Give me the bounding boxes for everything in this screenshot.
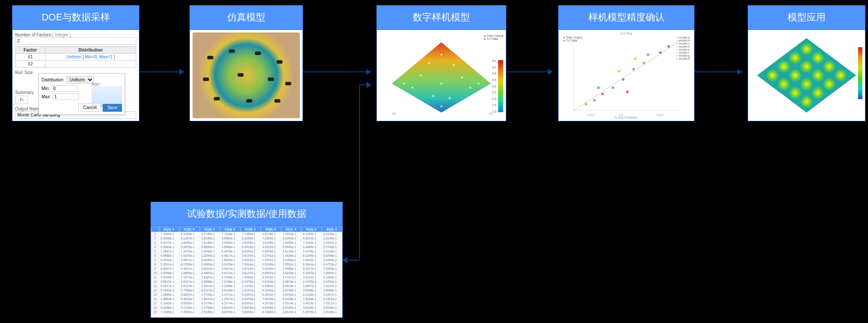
table-row: 96.8457e-16.4697e-14.0013e-19.5014e-15.0…	[151, 267, 342, 271]
table-cell: 3.5741e-1	[281, 275, 301, 280]
table-cell: 6.1892e-1	[159, 301, 180, 306]
table-cell: 5.2540e-1	[260, 288, 281, 293]
popup-max-input[interactable]	[53, 94, 79, 100]
table-cell: 3.0151e-1	[301, 275, 321, 280]
table-cell: 7.0531e-1	[281, 262, 301, 267]
table-col-header[interactable]: X1(1) ▼	[159, 227, 180, 232]
table-cell: 2.0140e-1	[260, 232, 281, 236]
table-col-header[interactable]: X2(2) ▼	[321, 227, 342, 232]
table-cell: 2.5847e-1	[321, 241, 342, 245]
stage-prototype-body: ● Train Output ● CV Data	[376, 29, 506, 121]
table-col-header[interactable]: X2(1) ▼	[301, 227, 321, 232]
table-cell: 5.4896e-1	[301, 245, 321, 249]
table-rownum: 13	[151, 284, 159, 288]
table-cell: 6.2503e-1	[159, 236, 180, 241]
output-name-label: Output Name	[15, 107, 41, 111]
cv-legend-item: model-d	[679, 45, 690, 48]
table-cell: 9.3514e-1	[260, 293, 281, 297]
table-cell: 9.0214e-1	[301, 236, 321, 241]
table-cell: 3.5359e-1	[281, 258, 301, 262]
pdf-tick: 0.6	[109, 104, 113, 108]
table-cell: 3.0057e-1	[301, 284, 321, 288]
table-row: 76.2253e-12.8871e-18.4035e-11.8594e-19.0…	[151, 258, 342, 262]
table-cell: 6.2251e-1	[321, 297, 342, 301]
table-rownum: 10	[151, 271, 159, 275]
stage-validation: 样机模型精度确认 CV Plot ● Train Output ● CV Dat…	[558, 5, 694, 121]
cv-legend-right: ○ model-a ○ model-b ○ model-c ○ model-d …	[676, 36, 690, 60]
table-cell: 3.7502e-1	[180, 288, 200, 293]
table-col-header[interactable]: X1(7) ▼	[281, 227, 301, 232]
table-col-header[interactable]: X1(3) ▼	[200, 227, 220, 232]
table-cell: 3.4912e-1	[260, 245, 281, 249]
pdf-box: PDF: 0.2 0.4 0.6 0.8	[92, 82, 122, 108]
table-cell: 7.0140e-1	[200, 241, 220, 245]
pdf-tick: 0.8	[117, 104, 122, 108]
table-col-header[interactable]: X1(4) ▼	[220, 227, 241, 232]
svg-point-48	[788, 86, 802, 100]
table-cell: 2.0145e-1	[321, 236, 342, 241]
table-cell: 6.0254e-1	[260, 249, 281, 254]
table-cell: 7.2354e-1	[260, 236, 281, 241]
table-cell: 2.8145e-1	[281, 249, 301, 254]
table-cell: 3.2471e-1	[220, 293, 241, 297]
svg-point-7	[411, 87, 413, 89]
table-cell: 8.3240e-1	[321, 232, 342, 236]
table-cell: 3.0548e-1	[301, 288, 321, 293]
svg-point-19	[585, 103, 588, 106]
popup-min-input[interactable]	[51, 85, 77, 92]
table-cell: 3.8140e-1	[281, 288, 301, 293]
cv-legend-item: model-g	[679, 54, 690, 57]
table-cell: 9.0254e-1	[240, 258, 260, 262]
table-cell: 2.5335e-1	[200, 310, 220, 314]
table-cell: 4.2574e-1	[220, 301, 241, 306]
svg-point-45	[823, 60, 836, 73]
table-cell: 5.2047e-1	[301, 271, 321, 275]
table-cell: 5.0547e-1	[159, 284, 180, 288]
table-cell: 1.4520e-1	[281, 254, 301, 258]
svg-point-31	[626, 90, 629, 93]
cv-scatter-plot: -100.0 0.0 100.0	[559, 30, 694, 121]
stage-prototype-title: 数字样机模型	[376, 5, 506, 29]
cv-legend-item: model-b	[679, 39, 690, 42]
arrow-prototype-to-validation	[506, 71, 553, 72]
table-cell: 6.2289e-1	[180, 232, 200, 236]
num-factors-input[interactable]	[15, 37, 136, 45]
svg-marker-0	[392, 42, 491, 113]
table-cell: 2.5874e-1	[281, 280, 301, 284]
table-col-header[interactable]: X1(6) ▼	[260, 227, 281, 232]
table-cell: 8.2317e-1	[200, 288, 220, 293]
fit-button[interactable]: Fi	[15, 96, 28, 104]
table-cell: 3.3583e-1	[159, 245, 180, 249]
table-cell: 4.0013e-1	[200, 267, 220, 271]
table-cell: 5.8857e-2	[180, 293, 200, 297]
table-cell: 8.1550e-1	[180, 262, 200, 267]
table-cell: 3.0347e-1	[220, 306, 241, 310]
table-cell: 6.5841e-1	[301, 262, 321, 267]
table-col-header[interactable]: X1(2) ▼	[180, 227, 200, 232]
table-cell: 2.0145e-1	[321, 310, 342, 314]
surface-colorbar	[498, 60, 503, 112]
svg-text:X2: X2	[392, 112, 395, 116]
table-cell: 5.2879e-1	[180, 245, 200, 249]
table-cell: 1.0054e-1	[159, 297, 180, 301]
cv-legend-item: model-a	[679, 36, 690, 39]
table-cell: 5.9328e-1	[159, 275, 180, 280]
table-cell: 3.9245e-1	[260, 306, 281, 310]
x2-dist-link[interactable]	[45, 61, 136, 68]
svg-point-27	[647, 53, 649, 56]
table-col-header[interactable]: X1(5) ▼	[240, 227, 260, 232]
svg-point-24	[618, 70, 620, 73]
popup-dist-select[interactable]: Uniform	[66, 76, 94, 84]
table-rownum: 7	[151, 258, 159, 262]
x1-dist-link[interactable]: Uniform [ Min=0, Max=1 ]	[45, 54, 136, 61]
table-cell: 4.1035e-1	[301, 232, 321, 236]
table-cell: 5.3478e-1	[301, 249, 321, 254]
stage-simulation: 仿真模型	[190, 5, 303, 121]
table-rownum: 16	[151, 297, 159, 301]
table-cell: 4.4807e-1	[200, 271, 220, 275]
table-cell: 8.3300e-1	[260, 310, 281, 314]
table-cell: 8.1267e-1	[180, 236, 200, 241]
table-cell: 3.6258e-1	[321, 254, 342, 258]
table-row: 103.0358e-11.8803e-14.4807e-14.6121e-13.…	[151, 271, 342, 275]
table-rownum: 2	[151, 236, 159, 241]
